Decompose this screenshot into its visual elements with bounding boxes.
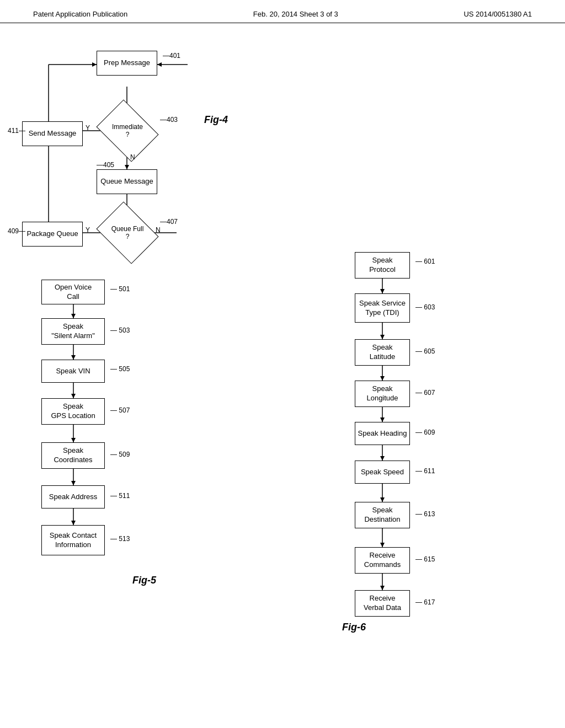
send-message-box: Send Message [22, 121, 83, 146]
label-y2: Y [86, 226, 90, 234]
ref-501: — 501 [110, 285, 130, 293]
svg-marker-33 [380, 335, 385, 339]
svg-marker-41 [380, 497, 385, 502]
svg-marker-31 [380, 289, 385, 293]
svg-marker-21 [71, 355, 76, 360]
ref-513: — 513 [110, 535, 130, 543]
speak-heading-box: Speak Heading [355, 422, 410, 445]
svg-marker-17 [157, 62, 162, 67]
speak-address-box: Speak Address [41, 485, 105, 508]
header-center: Feb. 20, 2014 Sheet 3 of 3 [253, 10, 338, 18]
header-right: US 2014/0051380 A1 [463, 10, 532, 18]
speak-longitude-box: SpeakLongitude [355, 381, 410, 407]
label-n2: N [156, 226, 161, 234]
header-left: Patent Application Publication [33, 10, 127, 18]
svg-marker-45 [380, 586, 385, 590]
queue-full-diamond: Queue Full? [103, 213, 152, 252]
fig6-label: Fig-6 [342, 622, 366, 633]
fig4-label: Fig-4 [204, 114, 228, 126]
svg-marker-29 [71, 521, 76, 525]
ref-615: — 615 [415, 555, 435, 563]
speak-vin-box: Speak VIN [41, 360, 105, 383]
open-voice-call-box: Open VoiceCall [41, 280, 105, 304]
ref-405: —405 [97, 161, 114, 169]
svg-marker-25 [71, 438, 76, 442]
page: Patent Application Publication Feb. 20, … [0, 0, 565, 728]
svg-marker-5 [125, 165, 129, 169]
svg-marker-35 [380, 376, 385, 381]
immediate-diamond: Immediate? [103, 111, 152, 150]
label-y1: Y [86, 124, 90, 132]
speak-destination-box: SpeakDestination [355, 502, 410, 528]
ref-509: — 509 [110, 451, 130, 458]
queue-message-box: Queue Message [97, 169, 157, 194]
content-area: Fig-4 Prep Message —401 Immediate? —403 … [0, 23, 565, 713]
ref-503: — 503 [110, 326, 130, 334]
ref-409: 409— [8, 227, 25, 235]
svg-marker-27 [71, 481, 76, 485]
ref-607: — 607 [415, 389, 435, 397]
page-header: Patent Application Publication Feb. 20, … [0, 0, 565, 23]
speak-latitude-box: SpeakLatitude [355, 339, 410, 366]
ref-611: — 611 [415, 467, 435, 475]
ref-605: — 605 [415, 347, 435, 355]
ref-507: — 507 [110, 406, 130, 414]
fig5-label: Fig-5 [132, 575, 156, 586]
package-queue-box: Package Queue [22, 222, 83, 247]
svg-marker-43 [380, 543, 385, 547]
svg-marker-37 [380, 417, 385, 422]
label-n1: N [130, 153, 135, 161]
svg-marker-19 [71, 314, 76, 318]
ref-407: —407 [160, 218, 178, 226]
ref-603: — 603 [415, 303, 435, 311]
receive-verbal-data-box: ReceiveVerbal Data [355, 590, 410, 617]
speak-protocol-box: SpeakProtocol [355, 252, 410, 279]
ref-403: —403 [160, 116, 178, 124]
ref-613: — 613 [415, 510, 435, 518]
ref-601: — 601 [415, 258, 435, 265]
speak-silent-alarm-box: Speak"Silent Alarm" [41, 318, 105, 345]
ref-617: — 617 [415, 598, 435, 606]
ref-511: — 511 [110, 492, 130, 500]
speak-contact-info-box: Speak ContactInformation [41, 525, 105, 555]
svg-marker-15 [92, 62, 97, 67]
svg-marker-39 [380, 456, 385, 461]
ref-609: — 609 [415, 429, 435, 436]
speak-service-type-box: Speak ServiceType (TDI) [355, 293, 410, 323]
prep-message-box: Prep Message [97, 51, 157, 76]
ref-401: —401 [163, 52, 180, 60]
ref-411: 411— [8, 127, 25, 135]
speak-coordinates-box: SpeakCoordinates [41, 442, 105, 469]
speak-gps-box: SpeakGPS Location [41, 398, 105, 425]
speak-speed-box: Speak Speed [355, 461, 410, 484]
ref-505: — 505 [110, 365, 130, 373]
svg-marker-23 [71, 394, 76, 398]
receive-commands-box: ReceiveCommands [355, 547, 410, 574]
